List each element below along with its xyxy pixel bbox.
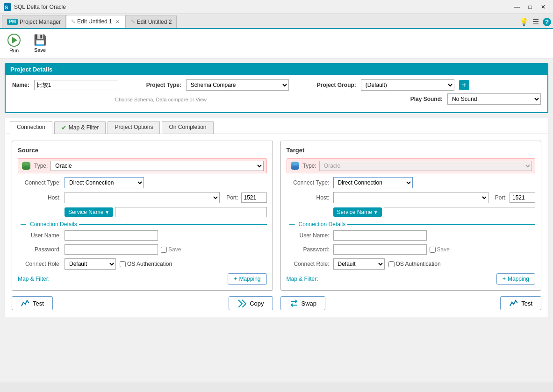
main-tab-strip: Connection ✔ Map & Filter Project Option… [5, 118, 548, 134]
source-save-checkbox[interactable] [161, 247, 167, 253]
target-host-select[interactable] [333, 192, 488, 203]
copy-label: Copy [250, 300, 264, 307]
target-port-label: Port: [495, 194, 507, 201]
target-os-auth-checkbox[interactable] [388, 261, 395, 267]
target-host-label: Host: [287, 194, 333, 201]
source-connect-role-select[interactable]: Default [65, 258, 116, 270]
target-connect-role-label: Connect Role: [287, 261, 333, 267]
target-connect-type-select[interactable]: Direct Connection TNS [333, 177, 413, 188]
source-os-auth-checkbox[interactable] [120, 261, 126, 267]
tab-edit-untitled-1[interactable]: ✎ Edit Untitled 1 ✕ [66, 15, 126, 28]
maximize-button[interactable]: □ [524, 2, 536, 12]
source-username-input[interactable] [65, 230, 158, 241]
swap-icon [289, 299, 299, 307]
svg-point-5 [22, 162, 30, 165]
target-service-name-button[interactable]: Service Name ▼ [333, 207, 382, 217]
target-port-input[interactable] [510, 192, 535, 203]
target-mapping-plus-icon: + [503, 276, 506, 282]
tab-map-filter[interactable]: ✔ Map & Filter [54, 121, 106, 134]
play-sound-select[interactable]: No Sound [447, 93, 541, 105]
tab-bar: PM Project Manager ✎ Edit Untitled 1 ✕ ✎… [0, 14, 553, 29]
tab-close-1[interactable]: ✕ [114, 19, 121, 25]
tab-connection[interactable]: Connection [10, 121, 52, 134]
target-username-input[interactable] [333, 230, 427, 241]
target-mapping-button[interactable]: + Mapping [496, 273, 535, 285]
project-type-select[interactable]: Schema Compare Data Compare View [186, 79, 289, 91]
source-port-input[interactable] [241, 192, 267, 203]
target-os-auth: OS Authentication [388, 261, 441, 267]
test-target-label: Test [521, 300, 532, 307]
source-mapping-plus-icon: + [234, 276, 237, 282]
save-button[interactable]: 💾 Save [31, 32, 49, 55]
target-type-select[interactable]: Oracle [319, 161, 532, 171]
menu-icon[interactable]: ☰ [532, 17, 539, 26]
project-details: Project Details Name: Project Type: Sche… [5, 63, 548, 113]
target-save-label: Save [437, 246, 450, 253]
toolbar: Run 💾 Save [0, 29, 553, 58]
bottom-buttons: Test Copy Swap [12, 296, 541, 310]
minimize-button[interactable]: — [511, 2, 523, 12]
source-service-row: Service Name ▼ [18, 207, 267, 217]
source-connect-type-label: Connect Type: [18, 179, 65, 186]
target-save-checkbox[interactable] [430, 247, 436, 253]
target-save-check: Save [430, 246, 450, 253]
target-service-row: Service Name ▼ [287, 207, 536, 217]
target-service-input[interactable] [384, 207, 535, 217]
tab-edit-untitled-2[interactable]: ✎ Edit Untitled 2 [126, 15, 177, 28]
source-service-name-button[interactable]: Service Name ▼ [65, 207, 113, 217]
target-title: Target [287, 147, 536, 154]
name-input[interactable] [34, 80, 118, 90]
project-details-header: Project Details [6, 64, 547, 75]
source-save-label: Save [168, 246, 181, 253]
lightbulb-icon[interactable]: 💡 [519, 17, 529, 26]
app-title: SQL Delta for Oracle [14, 4, 511, 10]
project-options-tab-label: Project Options [115, 124, 153, 130]
swap-button[interactable]: Swap [280, 296, 326, 310]
tab-project-manager[interactable]: PM Project Manager [2, 15, 66, 28]
run-triangle [12, 37, 17, 43]
tab-on-completion[interactable]: On Completion [162, 121, 213, 134]
source-username-row: User Name: [18, 230, 267, 241]
test-target-button[interactable]: Test [500, 296, 541, 310]
svg-text:S: S [5, 5, 8, 10]
target-mapping-label: Mapping [508, 276, 529, 282]
connection-tab-label: Connection [17, 124, 45, 130]
run-button[interactable]: Run [5, 32, 23, 55]
source-host-select[interactable] [65, 192, 220, 203]
close-button[interactable]: ✕ [537, 2, 549, 12]
source-type-label: Type: [34, 163, 48, 169]
target-os-auth-label: OS Authentication [396, 261, 441, 267]
on-completion-tab-label: On Completion [169, 124, 206, 130]
play-sound-label: Play Sound: [410, 96, 443, 102]
source-host-label: Host: [18, 194, 65, 201]
add-group-button[interactable]: + [459, 80, 469, 90]
source-password-input[interactable] [65, 244, 158, 255]
source-connect-type-select[interactable]: Direct Connection TNS [65, 177, 144, 188]
run-icon [7, 34, 21, 47]
target-type-row: Type: Oracle [287, 158, 536, 173]
tab-label-project-manager: Project Manager [20, 19, 61, 25]
source-service-input[interactable] [115, 207, 266, 217]
map-filter-check-icon: ✔ [61, 124, 67, 131]
help-icon[interactable]: ? [543, 18, 551, 26]
source-type-select[interactable]: Oracle [50, 161, 263, 171]
test-target-icon [509, 299, 518, 307]
target-panel: Target Type: Oracle Connect Type: Dire [280, 141, 542, 291]
copy-button[interactable]: Copy [229, 296, 273, 310]
target-host-row: Host: Port: [287, 192, 536, 203]
target-password-input[interactable] [333, 244, 427, 255]
project-group-select[interactable]: (Default) [361, 79, 454, 91]
test-source-button[interactable]: Test [12, 296, 53, 310]
source-connect-type-row: Connect Type: Direct Connection TNS [18, 177, 267, 188]
map-filter-tab-label: Map & Filter [69, 124, 99, 131]
target-map-filter-link: Map & Filter: [287, 276, 318, 282]
save-label: Save [34, 47, 46, 53]
source-connect-role-label: Connect Role: [18, 261, 65, 267]
target-service-dropdown-icon: ▼ [373, 210, 378, 215]
tab-label-edit-2: Edit Untitled 2 [137, 19, 172, 25]
tab-project-options[interactable]: Project Options [108, 121, 160, 134]
target-connect-role-select[interactable]: Default [333, 258, 385, 270]
project-type-hint: Choose Schema, Data compare or View [115, 97, 207, 102]
source-mapping-button[interactable]: + Mapping [228, 273, 266, 285]
target-username-label: User Name: [287, 232, 333, 239]
